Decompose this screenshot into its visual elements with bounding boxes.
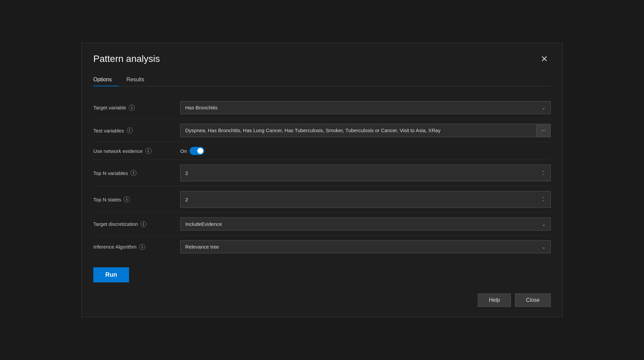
toggle-wrapper: On [180, 147, 551, 155]
inference-algorithm-label-cell: Inference Algorithm ℹ [93, 244, 180, 250]
test-variables-control: Dyspnea, Has Bronchitis, Has Lung Cancer… [180, 124, 551, 137]
tab-options[interactable]: Options [93, 74, 118, 86]
target-discretization-row: Target discretization ℹ IncludeEvidence … [93, 213, 551, 236]
target-discretization-select[interactable]: IncludeEvidence ⌄ [180, 217, 551, 231]
top-n-variables-spinner: 2 ⌄ ⌃ [180, 165, 551, 181]
test-variables-row: Test variables ℹ Dyspnea, Has Bronchitis… [93, 119, 551, 142]
close-button[interactable]: Close [515, 293, 551, 307]
dialog-footer: Help Close [93, 287, 551, 307]
target-discretization-label: Target discretization [93, 221, 138, 227]
use-network-evidence-label: Use network evidence [93, 148, 143, 154]
target-variable-select[interactable]: Has Bronchitis ⌄ [180, 101, 551, 114]
top-n-variables-info-icon[interactable]: ℹ [130, 170, 136, 176]
top-n-variables-down-arrow[interactable]: ⌄ [541, 168, 546, 173]
top-n-variables-label-cell: Top N variables ℹ [93, 170, 180, 176]
test-variables-edit-button[interactable]: ··· [536, 124, 551, 137]
inference-algorithm-info-icon[interactable]: ℹ [139, 244, 145, 250]
inference-algorithm-select[interactable]: Relevance tree ⌄ [180, 240, 551, 253]
toggle-thumb [197, 148, 203, 154]
top-n-states-info-icon[interactable]: ℹ [124, 196, 130, 202]
use-network-evidence-control: On [180, 147, 551, 155]
target-variable-control: Has Bronchitis ⌄ [180, 101, 551, 114]
inference-algorithm-arrow: ⌄ [542, 244, 546, 250]
top-n-states-arrows: ⌄ ⌃ [541, 195, 546, 204]
inference-algorithm-control: Relevance tree ⌄ [180, 240, 551, 253]
target-variable-value: Has Bronchitis [185, 105, 542, 110]
dialog-header: Pattern analysis ✕ [93, 53, 551, 65]
target-discretization-value: IncludeEvidence [185, 221, 542, 227]
top-n-states-row: Top N states ℹ 2 ⌄ ⌃ [93, 186, 551, 213]
help-button[interactable]: Help [478, 293, 511, 307]
target-discretization-info-icon[interactable]: ℹ [140, 221, 146, 227]
top-n-states-label: Top N states [93, 197, 121, 202]
dialog-close-button[interactable]: ✕ [538, 53, 551, 65]
top-n-states-control: 2 ⌄ ⌃ [180, 191, 551, 208]
tab-results[interactable]: Results [126, 74, 151, 86]
top-n-states-down-arrow[interactable]: ⌄ [541, 195, 546, 199]
target-discretization-control: IncludeEvidence ⌄ [180, 217, 551, 231]
target-variable-arrow: ⌄ [542, 105, 546, 110]
target-variable-row: Target variable ℹ Has Bronchitis ⌄ [93, 96, 551, 119]
top-n-variables-value: 2 [185, 170, 541, 176]
use-network-evidence-label-cell: Use network evidence ℹ [93, 148, 180, 154]
target-variable-label: Target variable [93, 105, 126, 110]
target-variable-label-cell: Target variable ℹ [93, 105, 180, 111]
inference-algorithm-label: Inference Algorithm [93, 244, 136, 250]
toggle-on-label: On [180, 148, 187, 154]
test-variables-wrapper: Dyspnea, Has Bronchitis, Has Lung Cancer… [180, 124, 551, 137]
target-discretization-label-cell: Target discretization ℹ [93, 221, 180, 227]
run-button[interactable]: Run [93, 267, 129, 282]
use-network-evidence-toggle[interactable] [190, 147, 204, 155]
top-n-states-label-cell: Top N states ℹ [93, 196, 180, 202]
tabs-bar: Options Results [93, 74, 551, 86]
top-n-states-up-arrow[interactable]: ⌃ [541, 200, 546, 204]
test-variables-label: Test variables [93, 128, 124, 133]
test-variables-value[interactable]: Dyspnea, Has Bronchitis, Has Lung Cancer… [180, 124, 536, 137]
dialog-title: Pattern analysis [93, 54, 160, 64]
form-content: Target variable ℹ Has Bronchitis ⌄ Test … [93, 96, 551, 285]
top-n-states-value: 2 [185, 197, 541, 202]
top-n-variables-arrows: ⌄ ⌃ [541, 168, 546, 178]
test-variables-label-cell: Test variables ℹ [93, 127, 180, 133]
top-n-variables-up-arrow[interactable]: ⌃ [541, 173, 546, 178]
pattern-analysis-dialog: Pattern analysis ✕ Options Results Targe… [81, 43, 563, 317]
target-variable-info-icon[interactable]: ℹ [129, 105, 135, 111]
top-n-states-spinner: 2 ⌄ ⌃ [180, 191, 551, 208]
test-variables-info-icon[interactable]: ℹ [127, 127, 133, 133]
inference-algorithm-value: Relevance tree [185, 244, 542, 250]
top-n-variables-control: 2 ⌄ ⌃ [180, 165, 551, 181]
inference-algorithm-row: Inference Algorithm ℹ Relevance tree ⌄ [93, 236, 551, 258]
top-n-variables-label: Top N variables [93, 170, 128, 176]
use-network-evidence-info-icon[interactable]: ℹ [145, 148, 151, 154]
top-n-variables-row: Top N variables ℹ 2 ⌄ ⌃ [93, 160, 551, 186]
target-discretization-arrow: ⌄ [542, 221, 546, 227]
use-network-evidence-row: Use network evidence ℹ On [93, 142, 551, 160]
